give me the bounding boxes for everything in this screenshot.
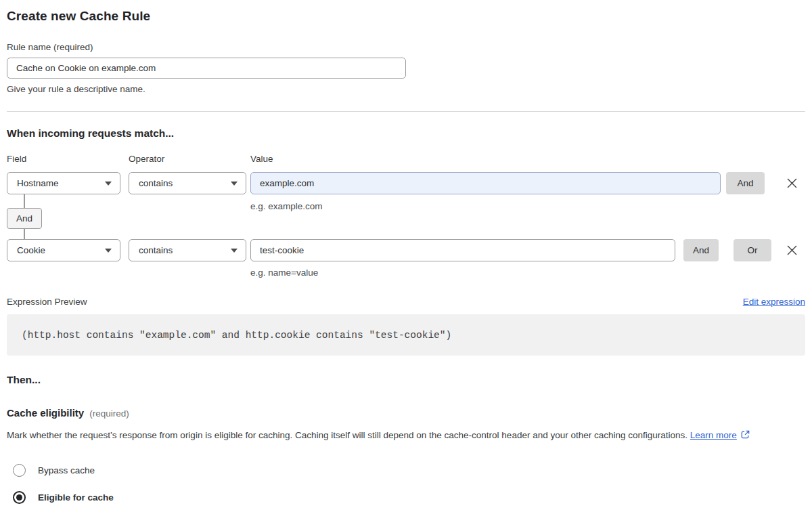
chevron-down-icon bbox=[105, 249, 112, 253]
value-input-row1[interactable] bbox=[250, 172, 721, 194]
close-icon bbox=[786, 177, 798, 189]
expression-preview-label: Expression Preview bbox=[7, 297, 87, 307]
edit-expression-link[interactable]: Edit expression bbox=[743, 297, 805, 307]
page-title: Create new Cache Rule bbox=[7, 9, 805, 24]
add-and-condition-button-row1[interactable]: And bbox=[726, 172, 765, 194]
field-column-label: Field bbox=[7, 154, 26, 164]
operator-select-row1[interactable]: contains bbox=[129, 172, 246, 194]
remove-condition-button-row1[interactable] bbox=[782, 172, 801, 194]
operator-select-row2[interactable]: contains bbox=[129, 239, 246, 261]
expression-preview-code: (http.host contains "example.com" and ht… bbox=[7, 314, 805, 356]
create-cache-rule-page: Create new Cache Rule Rule name (require… bbox=[0, 9, 812, 504]
value-hint-row2: e.g. name=value bbox=[250, 268, 318, 278]
external-link-icon bbox=[740, 427, 750, 446]
rule-name-help: Give your rule a descriptive name. bbox=[7, 84, 805, 94]
close-icon bbox=[786, 245, 798, 256]
learn-more-link[interactable]: Learn more bbox=[690, 430, 737, 440]
connector-line-bottom bbox=[24, 229, 25, 239]
connector-line-top bbox=[24, 194, 25, 208]
required-note: (required) bbox=[89, 408, 129, 419]
value-input-row2[interactable] bbox=[250, 239, 675, 261]
value-hint-row1: e.g. example.com bbox=[250, 201, 323, 211]
match-heading: When incoming requests match... bbox=[7, 127, 805, 140]
chevron-down-icon bbox=[231, 249, 238, 253]
cache-eligibility-heading: Cache eligibility bbox=[7, 407, 84, 419]
chevron-down-icon bbox=[231, 182, 238, 186]
remove-condition-button-row2[interactable] bbox=[782, 239, 801, 261]
add-and-condition-button-row2[interactable]: And bbox=[683, 239, 719, 261]
field-select-row2-value: Cookie bbox=[17, 245, 45, 255]
radio-option-bypass-cache[interactable]: Bypass cache bbox=[7, 464, 805, 477]
description-text: Mark whether the request’s response from… bbox=[7, 430, 687, 440]
radio-label: Bypass cache bbox=[38, 465, 95, 475]
add-or-condition-button-row2[interactable]: Or bbox=[734, 239, 771, 261]
logic-connector-button[interactable]: And bbox=[7, 208, 42, 229]
operator-select-row1-value: contains bbox=[139, 178, 173, 188]
operator-column-label: Operator bbox=[129, 154, 164, 164]
section-divider bbox=[7, 111, 805, 112]
radio-selected-icon[interactable] bbox=[13, 491, 26, 504]
field-select-row1-value: Hostname bbox=[17, 178, 59, 188]
cache-eligibility-description: Mark whether the request’s response from… bbox=[7, 426, 805, 446]
rule-name-input[interactable] bbox=[7, 58, 406, 79]
chevron-down-icon bbox=[105, 182, 112, 186]
radio-option-eligible-for-cache[interactable]: Eligible for cache bbox=[7, 491, 805, 504]
expression-builder: Field Operator Value Hostname contains A… bbox=[7, 154, 805, 281]
rule-name-label: Rule name (required) bbox=[7, 42, 805, 52]
value-column-label: Value bbox=[250, 154, 273, 164]
radio-unselected-icon[interactable] bbox=[13, 464, 26, 477]
then-heading: Then... bbox=[7, 374, 805, 386]
radio-label: Eligible for cache bbox=[38, 492, 114, 503]
field-select-row2[interactable]: Cookie bbox=[7, 239, 120, 261]
operator-select-row2-value: contains bbox=[139, 245, 173, 255]
field-select-row1[interactable]: Hostname bbox=[7, 172, 120, 194]
